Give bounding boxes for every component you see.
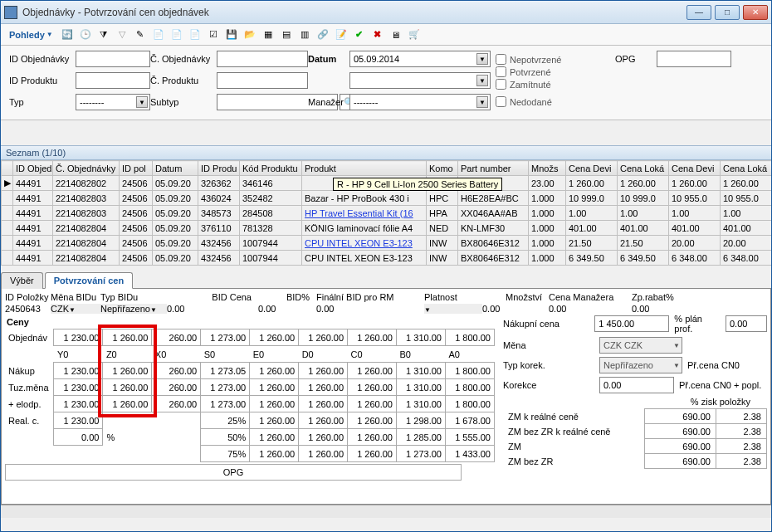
zm-table: ZM k reálné ceně690.002.38ZM bez ZR k re… xyxy=(503,408,767,469)
hdr-platnost: Platnost xyxy=(424,292,482,302)
id-polozky-field[interactable]: 2450643 xyxy=(5,304,51,314)
row-tooltip: R - HP 9 Cell Li-Ion 2500 Series Battery xyxy=(333,178,502,191)
opg-bar[interactable]: OPG xyxy=(5,464,462,481)
hdr-bid-pct: BID% xyxy=(258,292,316,302)
typ-label: Typ xyxy=(9,97,76,107)
c-produktu-label: Č. Produktu xyxy=(150,76,217,85)
hdr-zp-rabat: Zp.rabat% xyxy=(632,292,690,302)
hdr-typ-bidu: Typ BIDu xyxy=(100,292,167,302)
zamitnute-check[interactable]: Zamítnuté xyxy=(496,79,615,90)
mena-combo[interactable]: CZK CZK▼ xyxy=(599,337,682,354)
list-header: Seznam (1/10) xyxy=(1,145,771,160)
filter-panel: ID Objednávky Č. Objednávky Datum 05.09.… xyxy=(1,46,771,120)
open-icon[interactable]: 📂 xyxy=(242,27,257,42)
clock-icon[interactable]: 🕒 xyxy=(78,27,93,42)
c-produktu-input[interactable] xyxy=(217,72,308,89)
cena-man-field[interactable]: 0.00 xyxy=(549,304,632,314)
bid-pct-field[interactable]: 0.00 xyxy=(258,304,316,314)
greencheck-icon[interactable]: ✔ xyxy=(352,27,367,42)
table-row[interactable]: 4449122140828042450605.09.20432456100794… xyxy=(2,236,772,251)
subtyp-label: Subtyp xyxy=(150,97,217,107)
hscroll[interactable] xyxy=(1,505,771,518)
typ-korek-label: Typ korek. xyxy=(503,360,594,370)
final-bid-field[interactable]: 0.00 xyxy=(316,304,424,314)
detail-tabs: Výběr Potvrzování cen xyxy=(1,271,771,289)
plan-prof-field[interactable]: 0.00 xyxy=(726,315,767,332)
zp-rabat-field[interactable]: 0.00 xyxy=(632,304,690,314)
id-produktu-label: ID Produktu xyxy=(9,76,76,85)
hdr-id-polozky: ID Položky xyxy=(5,292,51,302)
korekce-label: Korekce xyxy=(503,380,594,390)
mnozstvi-field[interactable]: 0.00 xyxy=(482,304,549,314)
note-icon[interactable]: 📝 xyxy=(334,27,349,42)
c-objednavky-label: Č. Objednávky xyxy=(150,54,217,64)
grid3-icon[interactable]: ▥ xyxy=(297,27,312,42)
ceny-label: Ceny xyxy=(7,317,495,327)
potvrzene-check[interactable]: Potvrzené xyxy=(496,66,615,77)
plan-prof-label: % plán prof. xyxy=(674,314,721,334)
nakupni-cena-field[interactable]: 1 450.00 xyxy=(594,315,669,332)
platnost-combo[interactable]: ▼ xyxy=(424,304,482,314)
table-row[interactable]: 4449122140828042450605.09.20432456100794… xyxy=(2,251,772,266)
grid1-icon[interactable]: ▦ xyxy=(261,27,276,42)
datum-label: Datum xyxy=(308,54,349,64)
tab-vyber[interactable]: Výběr xyxy=(1,272,43,289)
pohledy-label: Pohledy xyxy=(9,30,45,40)
detail-panel: ID Položky Měna BIDu Typ BIDu BID Cena B… xyxy=(1,289,771,505)
check-icon[interactable]: ☑ xyxy=(206,27,221,42)
table-row[interactable]: 4449122140828032450605.09.20348573284508… xyxy=(2,206,772,221)
window-title: Objednávky - Potvrzování cen objednávek xyxy=(22,7,686,18)
mena-label: Měna xyxy=(503,340,594,350)
refresh-icon[interactable]: 🔄 xyxy=(60,27,75,42)
typ-korek-combo[interactable]: Nepřiřazeno▼ xyxy=(599,357,682,373)
nepotvrzene-check[interactable]: Nepotvrzené xyxy=(496,54,615,65)
close-button[interactable]: ✕ xyxy=(743,5,768,20)
datum-value: 05.09.2014 xyxy=(354,54,399,64)
id-produktu-input[interactable] xyxy=(76,72,150,89)
save-icon[interactable]: 💾 xyxy=(224,27,239,42)
table-row[interactable]: 4449122140828032450605.09.20436024352482… xyxy=(2,191,772,206)
bid-cena-field[interactable]: 0.00 xyxy=(167,304,258,314)
edit-icon[interactable]: ✎ xyxy=(133,27,148,42)
pohledy-menu[interactable]: Pohledy▼ xyxy=(6,28,56,41)
typ-value: -------- xyxy=(80,97,104,107)
tab-potvrzovani-cen[interactable]: Potvrzování cen xyxy=(45,272,133,289)
korekce-field[interactable]: 0.00 xyxy=(599,377,674,393)
typ-bidu-combo[interactable]: Nepřiřazeno▼ xyxy=(100,304,167,314)
nedodane-check[interactable]: Nedodané xyxy=(496,96,615,107)
maximize-button[interactable]: □ xyxy=(715,5,740,20)
hdr-final-bid: Finální BID pro RM xyxy=(316,292,424,302)
manazer-label: Manažer xyxy=(308,97,349,107)
doc3-icon[interactable]: 📄 xyxy=(188,27,203,42)
titlebar: Objednávky - Potvrzování cen objednávek … xyxy=(1,1,771,24)
minimize-button[interactable]: — xyxy=(686,5,711,20)
redx-icon[interactable]: ✖ xyxy=(370,27,385,42)
cart-icon[interactable]: 🛒 xyxy=(407,27,422,42)
id-objednavky-input[interactable] xyxy=(76,51,150,67)
table-row[interactable]: 4449122140828042450605.09.20376110781328… xyxy=(2,221,772,236)
app-icon xyxy=(4,6,17,19)
filter-icon[interactable]: ⧩ xyxy=(96,27,111,42)
opg-label: OPG xyxy=(615,54,657,64)
grid2-icon[interactable]: ▤ xyxy=(279,27,294,42)
id-objednavky-label: ID Objednávky xyxy=(9,54,76,64)
link-icon[interactable]: 🔗 xyxy=(315,27,330,42)
zisk-label: % zisk položky xyxy=(503,397,750,407)
mena-bidu-combo[interactable]: CZK▼ xyxy=(51,304,100,314)
hdr-bid-cena: BID Cena xyxy=(167,292,258,302)
price-table: Objednáv1 230.001 260.00260.001 273.001 … xyxy=(5,329,495,462)
datum-combo[interactable]: 05.09.2014▼ xyxy=(349,51,491,67)
hdr-mena-bidu: Měna BIDu xyxy=(51,292,100,302)
manazer-value: -------- xyxy=(354,97,378,107)
manazer-combo[interactable]: --------▼ xyxy=(349,94,491,110)
c-objednavky-input[interactable] xyxy=(217,51,308,67)
opg-input[interactable] xyxy=(657,51,731,67)
toolbar: Pohledy▼ 🔄 🕒 ⧩ ▽ ✎ 📄 📄 📄 ☑ 💾 📂 ▦ ▤ ▥ 🔗 📝… xyxy=(1,24,771,46)
doc1-icon[interactable]: 📄 xyxy=(151,27,166,42)
doc2-icon[interactable]: 📄 xyxy=(169,27,184,42)
funnel-icon[interactable]: ▽ xyxy=(115,27,129,42)
typ-combo[interactable]: --------▼ xyxy=(76,94,150,110)
hdr-cena-man: Cena Manažera xyxy=(549,292,632,302)
datum2-combo[interactable]: ▼ xyxy=(349,72,491,89)
monitor-icon[interactable]: 🖥 xyxy=(388,27,403,42)
